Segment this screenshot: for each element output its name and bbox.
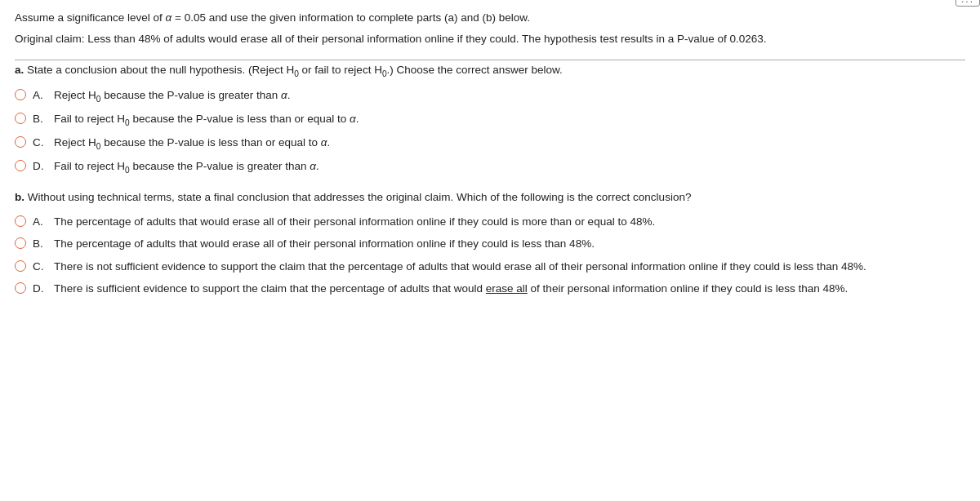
part-b-option-D: D. There is sufficient evidence to suppo… [15,281,965,297]
radio-b-C[interactable] [15,260,26,272]
part-b-option-C: C. There is not sufficient evidence to s… [15,259,965,275]
part-a-question: a. State a conclusion about the null hyp… [15,62,965,80]
part-b-section: b. Without using technical terms, state … [15,189,965,297]
radio-b-D[interactable] [15,282,26,294]
part-a-option-D: D. Fail to reject H0 because the P-value… [15,158,965,176]
radio-b-A[interactable] [15,215,26,227]
part-b-options: A. The percentage of adults that would e… [15,214,965,297]
part-b-option-A: A. The percentage of adults that would e… [15,214,965,230]
part-b-option-B: B. The percentage of adults that would e… [15,236,965,252]
radio-a-C[interactable] [15,136,26,148]
part-a-option-A: A. Reject H0 because the P-value is grea… [15,87,965,105]
radio-a-A[interactable] [15,89,26,100]
radio-a-D[interactable] [15,160,26,171]
dots-button[interactable]: ... [956,0,980,7]
section-divider [15,60,965,60]
radio-b-B[interactable] [15,237,26,249]
part-a-option-B: B. Fail to reject H0 because the P-value… [15,111,965,129]
intro-line-2: Original claim: Less than 48% of adults … [15,31,965,47]
radio-a-B[interactable] [15,113,26,124]
intro-line-1: Assume a significance level of α = 0.05 … [15,10,965,26]
part-a-option-C: C. Reject H0 because the P-value is less… [15,135,965,153]
part-b-question: b. Without using technical terms, state … [15,189,965,206]
part-a-section: a. State a conclusion about the null hyp… [15,62,965,176]
part-a-options: A. Reject H0 because the P-value is grea… [15,87,965,176]
